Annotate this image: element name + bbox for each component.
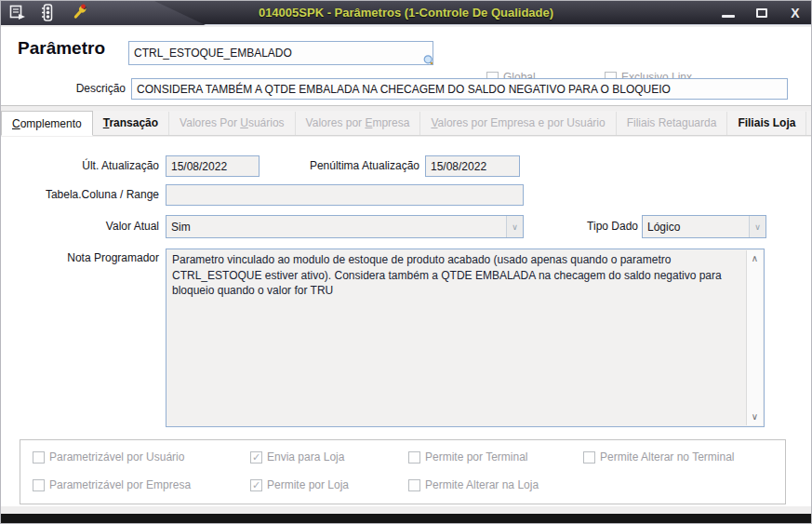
checkbox-label: Permite por Terminal bbox=[425, 450, 527, 464]
chevron-down-icon: ∨ bbox=[749, 216, 765, 237]
valor-atual-combobox: Sim ∨ bbox=[166, 215, 524, 238]
tipo-dado-label: Tipo Dado bbox=[552, 220, 638, 233]
checkbox-label: Permite Alterar no Terminal bbox=[600, 450, 735, 464]
titlebar: 014005SPK - Parâmetros (1-Controle De Qu… bbox=[1, 1, 811, 25]
checkbox-parametrizavel-por-empresa: Parametrizável por Empresa bbox=[33, 478, 191, 491]
ult-atualizacao-input: 15/08/2022 bbox=[166, 155, 260, 177]
options-groupbox: Parametrizável por Usuário Envia para Lo… bbox=[20, 439, 786, 504]
maximize-button[interactable] bbox=[752, 4, 772, 22]
checkbox-box bbox=[33, 451, 45, 464]
descricao-input[interactable]: CONSIDERA TAMBÉM A QTDE EMBALADA NA CHEC… bbox=[131, 78, 788, 100]
checkbox-parametrizavel-por-usuario: Parametrizável por Usuário bbox=[33, 450, 184, 464]
tipo-dado-combobox: Lógico ∨ bbox=[642, 215, 766, 238]
tab-filiais-loja[interactable]: Filiais Loja bbox=[727, 112, 806, 135]
tabela-coluna-label: Tabela.Coluna / Range bbox=[1, 188, 159, 201]
tab-filiais-retaguarda: Filiais Retaguarda bbox=[617, 112, 728, 135]
ult-atualizacao-label: Últ. Atualização bbox=[1, 159, 159, 172]
checkbox-box bbox=[250, 479, 262, 491]
maximize-icon bbox=[756, 8, 767, 18]
vertical-scrollbar[interactable]: ∧ ∨ bbox=[746, 250, 763, 425]
close-icon: X bbox=[791, 4, 799, 22]
app-window: 014005SPK - Parâmetros (1-Controle De Qu… bbox=[0, 0, 812, 524]
checkbox-label: Parametrizável por Empresa bbox=[49, 478, 191, 491]
minimize-button[interactable] bbox=[718, 4, 739, 22]
penultima-atualizacao-input: 15/08/2022 bbox=[425, 155, 520, 177]
wrench-icon[interactable] bbox=[70, 4, 88, 21]
checkbox-label: Permite Alterar na Loja bbox=[425, 478, 539, 491]
checkbox-permite-alterar-no-terminal: Permite Alterar no Terminal bbox=[583, 450, 735, 464]
valor-atual-value: Sim bbox=[171, 221, 191, 234]
nota-programador-textarea[interactable]: Parametro vinculado ao modulo de estoque… bbox=[166, 249, 765, 427]
tabstrip: Complemento Transação Valores Por Usuári… bbox=[1, 111, 811, 136]
checkbox-box bbox=[408, 479, 420, 491]
checkbox-box bbox=[583, 451, 595, 464]
tipo-dado-value: Lógico bbox=[647, 221, 680, 234]
parametro-input[interactable]: CTRL_ESTOQUE_EMBALADO bbox=[128, 41, 433, 65]
checkbox-box bbox=[408, 451, 420, 464]
nota-programador-text: Parametro vinculado ao modulo de estoque… bbox=[172, 253, 722, 297]
descricao-label: Descrição bbox=[1, 82, 126, 95]
checkbox-envia-para-loja: Envia para Loja bbox=[250, 450, 344, 464]
tab-valores-por-usuarios: Valores Por Usuários bbox=[169, 112, 296, 135]
checkbox-label: Envia para Loja bbox=[267, 450, 344, 464]
checkbox-box bbox=[33, 479, 45, 491]
tab-valores-por-empresa-e-por-usuario: Valores por Empresa e por Usuário bbox=[420, 112, 616, 135]
close-button[interactable]: X bbox=[785, 4, 805, 22]
window-title: 014005SPK - Parâmetros (1-Controle De Qu… bbox=[113, 1, 699, 25]
bottom-bar bbox=[1, 514, 811, 523]
tab-valores-por-empresa: Valores por Empresa bbox=[296, 112, 421, 135]
checkbox-label: Permite por Loja bbox=[267, 478, 349, 491]
scroll-down-icon[interactable]: ∨ bbox=[752, 409, 758, 425]
lookup-magnifier-icon[interactable] bbox=[423, 55, 433, 65]
traffic-light-icon[interactable] bbox=[39, 4, 57, 21]
checkbox-box bbox=[250, 451, 262, 464]
tabela-coluna-input bbox=[166, 184, 524, 206]
chevron-down-icon: ∨ bbox=[506, 216, 523, 237]
parametro-label: Parâmetro bbox=[18, 38, 105, 59]
valor-atual-label: Valor Atual bbox=[1, 220, 159, 233]
tab-complemento[interactable]: Complemento bbox=[1, 111, 93, 136]
tab-transacao[interactable]: Transação bbox=[93, 112, 169, 135]
scroll-up-icon[interactable]: ∧ bbox=[752, 250, 758, 267]
nota-programador-label: Nota Programador bbox=[1, 251, 159, 264]
checkbox-permite-por-loja: Permite por Loja bbox=[250, 478, 349, 491]
report-icon[interactable] bbox=[8, 4, 26, 21]
minimize-icon bbox=[722, 15, 735, 18]
header-panel: Parâmetro CTRL_ESTOQUE_EMBALADO Global E… bbox=[1, 27, 811, 106]
checkbox-permite-alterar-na-loja: Permite Alterar na Loja bbox=[408, 478, 539, 491]
checkbox-permite-por-terminal: Permite por Terminal bbox=[408, 450, 527, 464]
penultima-atualizacao-label: Penúltima Atualização bbox=[271, 159, 419, 172]
checkbox-label: Parametrizável por Usuário bbox=[49, 450, 184, 464]
